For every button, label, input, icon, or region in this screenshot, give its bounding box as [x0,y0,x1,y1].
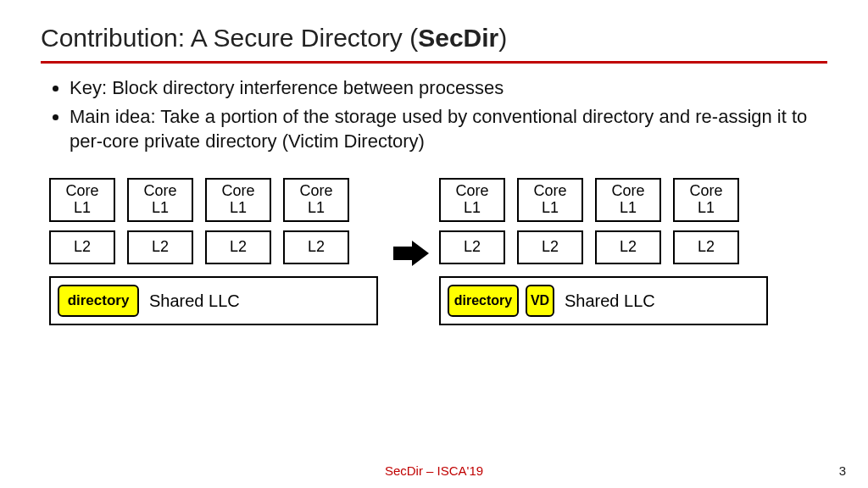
l2-box: L2 [283,230,349,264]
l2-box: L2 [49,230,115,264]
footer-text: SecDir – ISCA'19 [0,463,868,478]
page-number: 3 [839,463,846,478]
title-prefix: Contribution: A Secure Directory ( [41,24,418,52]
title-suffix: ) [498,24,507,52]
core-box: CoreL1 [49,178,115,222]
l2-box: L2 [205,230,271,264]
llc-box-before: directory Shared LLC [49,276,378,325]
directory-box: directory [58,285,139,317]
bullet-item: Main idea: Take a portion of the storage… [70,104,827,154]
l2-row: L2 L2 L2 L2 [49,230,388,264]
l2-box: L2 [595,230,661,264]
core-box: CoreL1 [517,178,583,222]
title-underline [41,61,827,64]
slide: Contribution: A Secure Directory (SecDir… [0,0,868,488]
core-row: CoreL1 CoreL1 CoreL1 CoreL1 [439,178,778,222]
cluster-after: CoreL1 CoreL1 CoreL1 CoreL1 L2 L2 L2 L2 … [439,178,778,325]
core-row: CoreL1 CoreL1 CoreL1 CoreL1 [49,178,388,222]
title-bold: SecDir [418,24,498,52]
bullet-list: Key: Block directory interference betwee… [41,75,827,154]
llc-label: Shared LLC [565,291,655,310]
l2-box: L2 [673,230,739,264]
core-box: CoreL1 [673,178,739,222]
l2-row: L2 L2 L2 L2 [439,230,778,264]
llc-label: Shared LLC [149,291,240,310]
core-box: CoreL1 [595,178,661,222]
bullet-item: Key: Block directory interference betwee… [70,75,827,101]
core-box: CoreL1 [127,178,193,222]
l2-box: L2 [439,230,505,264]
directory-box: directory [448,285,519,317]
arrow-icon [393,241,431,266]
core-box: CoreL1 [439,178,505,222]
vd-box: VD [526,285,554,317]
diagram: CoreL1 CoreL1 CoreL1 CoreL1 L2 L2 L2 L2 … [41,178,827,398]
l2-box: L2 [517,230,583,264]
core-box: CoreL1 [205,178,271,222]
cluster-before: CoreL1 CoreL1 CoreL1 CoreL1 L2 L2 L2 L2 … [49,178,388,325]
llc-box-after: directory VD Shared LLC [439,276,768,325]
slide-title: Contribution: A Secure Directory (SecDir… [41,24,827,53]
core-box: CoreL1 [283,178,349,222]
l2-box: L2 [127,230,193,264]
